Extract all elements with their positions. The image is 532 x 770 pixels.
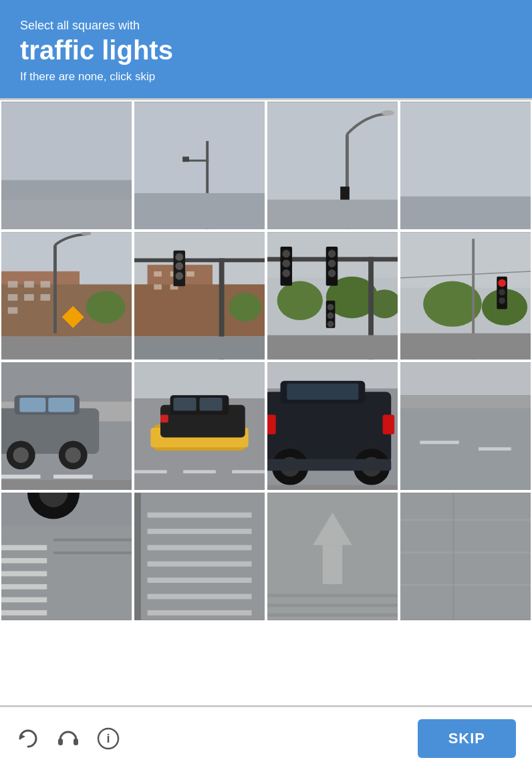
svg-rect-150 bbox=[267, 604, 398, 607]
svg-rect-135 bbox=[53, 539, 132, 541]
svg-rect-141 bbox=[148, 561, 252, 567]
captcha-header: Select all squares with traffic lights I… bbox=[0, 0, 532, 98]
svg-rect-130 bbox=[1, 558, 47, 563]
svg-rect-153 bbox=[400, 519, 531, 521]
grid-cell-14[interactable] bbox=[266, 491, 399, 622]
svg-rect-84 bbox=[48, 398, 74, 412]
grid-cell-0[interactable] bbox=[0, 100, 133, 231]
svg-point-60 bbox=[328, 250, 336, 258]
svg-point-56 bbox=[282, 250, 290, 258]
svg-rect-104 bbox=[232, 470, 265, 473]
grid-cell-6[interactable] bbox=[266, 231, 399, 361]
svg-rect-102 bbox=[134, 470, 167, 473]
svg-rect-91 bbox=[1, 480, 132, 490]
svg-rect-111 bbox=[267, 414, 276, 434]
svg-point-26 bbox=[86, 291, 126, 324]
svg-point-43 bbox=[175, 253, 183, 261]
svg-rect-147 bbox=[323, 545, 342, 584]
svg-rect-35 bbox=[154, 271, 162, 277]
info-button[interactable]: i bbox=[96, 727, 120, 751]
svg-rect-159 bbox=[74, 739, 78, 745]
svg-rect-118 bbox=[267, 485, 398, 490]
svg-point-86 bbox=[13, 447, 29, 463]
svg-rect-89 bbox=[1, 475, 41, 479]
svg-rect-124 bbox=[400, 395, 531, 408]
svg-rect-140 bbox=[148, 545, 252, 550]
audio-button[interactable] bbox=[55, 727, 82, 751]
svg-rect-25 bbox=[8, 307, 18, 314]
grid-cell-13[interactable] bbox=[133, 491, 266, 622]
svg-rect-20 bbox=[24, 281, 34, 288]
svg-point-46 bbox=[229, 293, 261, 322]
svg-rect-78 bbox=[400, 334, 531, 360]
svg-rect-142 bbox=[148, 578, 252, 583]
grid-cell-2[interactable] bbox=[266, 100, 399, 231]
svg-rect-21 bbox=[41, 281, 51, 288]
svg-rect-103 bbox=[183, 470, 216, 473]
svg-rect-144 bbox=[148, 610, 252, 616]
svg-rect-29 bbox=[1, 336, 132, 359]
svg-point-61 bbox=[328, 259, 336, 267]
svg-rect-129 bbox=[1, 545, 47, 550]
grid-cell-4[interactable] bbox=[0, 231, 133, 361]
grid-cell-10[interactable] bbox=[266, 361, 399, 491]
svg-rect-100 bbox=[200, 398, 223, 411]
svg-rect-134 bbox=[1, 610, 47, 616]
header-instruction: If there are none, click skip bbox=[20, 70, 512, 84]
svg-rect-120 bbox=[400, 362, 531, 395]
grid-cell-9[interactable] bbox=[133, 361, 266, 491]
svg-rect-6 bbox=[182, 156, 189, 162]
svg-rect-67 bbox=[267, 335, 398, 359]
refresh-icon bbox=[16, 727, 40, 751]
svg-point-66 bbox=[327, 321, 334, 328]
svg-rect-152 bbox=[400, 493, 531, 620]
svg-point-44 bbox=[175, 262, 183, 270]
svg-point-10 bbox=[382, 110, 395, 116]
svg-rect-101 bbox=[160, 414, 168, 422]
grid-cell-3[interactable] bbox=[399, 100, 532, 231]
svg-text:i: i bbox=[106, 732, 110, 745]
svg-rect-90 bbox=[53, 475, 93, 479]
grid-cell-11[interactable] bbox=[399, 361, 532, 491]
svg-point-88 bbox=[65, 447, 81, 463]
refresh-button[interactable] bbox=[16, 727, 40, 751]
image-grid bbox=[0, 100, 532, 622]
svg-rect-131 bbox=[1, 571, 47, 576]
svg-rect-93 bbox=[134, 362, 265, 398]
header-title: traffic lights bbox=[20, 35, 512, 65]
svg-rect-38 bbox=[154, 284, 162, 289]
svg-rect-69 bbox=[400, 232, 531, 287]
audio-icon bbox=[55, 727, 82, 751]
svg-rect-2 bbox=[1, 200, 132, 229]
svg-point-58 bbox=[282, 269, 290, 277]
svg-rect-24 bbox=[41, 294, 51, 301]
svg-rect-132 bbox=[1, 584, 47, 590]
svg-rect-23 bbox=[24, 294, 34, 301]
svg-rect-156 bbox=[452, 493, 454, 620]
svg-rect-133 bbox=[1, 597, 47, 602]
skip-button[interactable]: SKIP bbox=[418, 719, 516, 758]
grid-cell-12[interactable] bbox=[0, 491, 133, 622]
svg-rect-136 bbox=[53, 551, 132, 554]
svg-rect-11 bbox=[340, 186, 350, 201]
svg-point-62 bbox=[328, 269, 336, 277]
header-subtitle: Select all squares with bbox=[20, 19, 512, 33]
svg-rect-27 bbox=[53, 245, 57, 334]
grid-cell-7[interactable] bbox=[399, 231, 532, 361]
image-grid-container bbox=[0, 98, 532, 707]
svg-rect-14 bbox=[400, 197, 531, 229]
svg-rect-138 bbox=[148, 513, 252, 518]
grid-cell-15[interactable] bbox=[399, 491, 532, 622]
svg-rect-137 bbox=[134, 493, 265, 620]
svg-rect-123 bbox=[479, 447, 511, 451]
svg-rect-12 bbox=[267, 200, 398, 229]
grid-cell-8[interactable] bbox=[0, 361, 133, 491]
svg-rect-40 bbox=[134, 258, 265, 262]
svg-rect-117 bbox=[267, 459, 391, 471]
grid-cell-1[interactable] bbox=[133, 100, 266, 231]
svg-rect-154 bbox=[400, 551, 531, 553]
svg-rect-99 bbox=[174, 398, 196, 411]
grid-cell-5[interactable] bbox=[133, 231, 266, 361]
svg-rect-155 bbox=[400, 584, 531, 586]
svg-point-75 bbox=[498, 279, 506, 287]
